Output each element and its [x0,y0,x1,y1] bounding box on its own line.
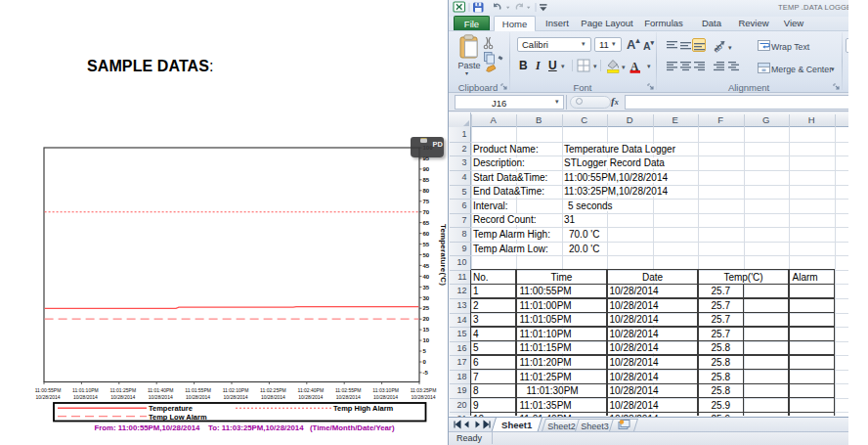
svg-text:55: 55 [423,242,430,247]
svg-text:40: 40 [423,274,430,280]
svg-text:10/28/2014: 10/28/2014 [110,394,135,400]
svg-text:11:02:10PM: 11:02:10PM [223,387,249,393]
svg-text:35: 35 [423,285,430,290]
svg-text:-5: -5 [423,370,429,376]
svg-text:From: 11:00:55PM,10/28/2014: From: 11:00:55PM,10/28/2014 To: 11:03:25… [95,423,395,432]
svg-text:45: 45 [423,263,430,269]
svg-text:10/28/2014: 10/28/2014 [73,394,98,400]
svg-text:10/28/2014: 10/28/2014 [223,394,247,400]
svg-text:5: 5 [423,348,427,354]
svg-text:10/28/2014: 10/28/2014 [186,394,210,400]
svg-text:10/28/2014: 10/28/2014 [298,394,323,400]
svg-text:10/28/2014: 10/28/2014 [261,394,285,400]
svg-text:10/28/2014: 10/28/2014 [35,394,60,400]
svg-text:11:03:25PM: 11:03:25PM [411,387,437,393]
svg-text:11:02:55PM: 11:02:55PM [335,387,362,393]
svg-text:Temperature('C): Temperature('C) [439,224,448,286]
svg-text:60: 60 [423,231,430,237]
svg-text:85: 85 [423,177,430,183]
svg-text:90: 90 [423,166,430,172]
svg-text:50: 50 [423,252,430,258]
svg-text:20: 20 [423,316,430,322]
svg-text:11:03:10PM: 11:03:10PM [372,387,399,393]
svg-text:Temp Low Alarm: Temp Low Alarm [149,413,207,422]
svg-text:11:02:40PM: 11:02:40PM [298,387,325,393]
svg-text:10: 10 [423,337,430,343]
svg-text:11:01:55PM: 11:01:55PM [185,387,211,393]
svg-text:10/28/2014: 10/28/2014 [149,394,173,400]
svg-text:75: 75 [423,199,430,204]
svg-text:65: 65 [423,220,430,226]
svg-text:70: 70 [423,209,430,215]
svg-text:A: A [630,61,639,72]
svg-text:11:01:25PM: 11:01:25PM [110,387,137,393]
svg-text:10/28/2014: 10/28/2014 [411,394,435,400]
svg-text:▾: ▾ [593,63,597,69]
svg-text:30: 30 [423,295,430,301]
svg-text:15: 15 [423,327,430,333]
svg-text:11:01:40PM: 11:01:40PM [148,387,174,393]
svg-text:10/28/2014: 10/28/2014 [336,394,361,400]
svg-text:▾: ▾ [622,64,626,70]
svg-text:80: 80 [423,188,430,194]
svg-text:▾: ▾ [728,44,732,51]
svg-text:Temp High Alarm: Temp High Alarm [333,404,394,413]
svg-text:11:00:55PM: 11:00:55PM [35,387,62,393]
svg-text:0: 0 [423,359,427,365]
svg-text:25: 25 [423,305,430,311]
svg-text:10/28/2014: 10/28/2014 [373,394,398,400]
svg-text:11:02:25PM: 11:02:25PM [260,387,286,393]
svg-text:11:01:10PM: 11:01:10PM [72,387,99,393]
